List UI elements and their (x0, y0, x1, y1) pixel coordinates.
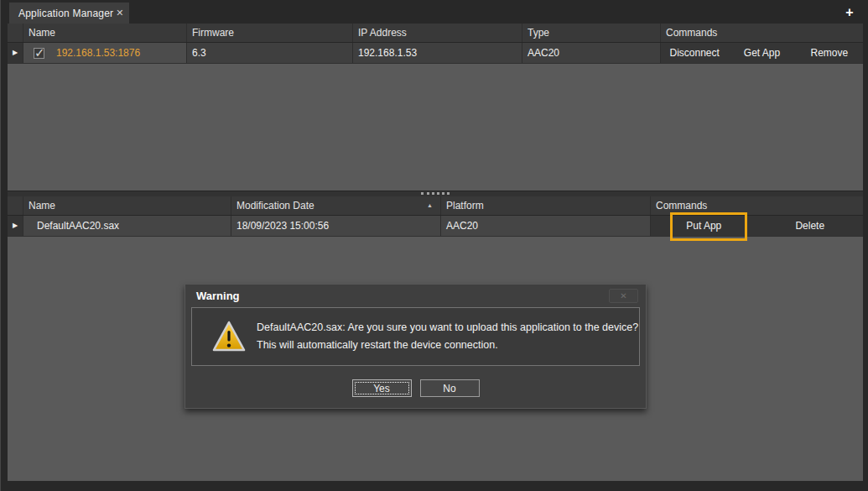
header-selector-spacer (8, 24, 23, 42)
device-type-cell: AAC20 (522, 43, 661, 63)
no-button[interactable]: No (420, 379, 480, 397)
column-header-type[interactable]: Type (522, 24, 661, 42)
device-ip-cell: 192.168.1.53 (353, 43, 522, 63)
dialog-message-line2: This will automatically restart the devi… (257, 337, 638, 354)
tab-bar: Application Manager ✕ + (8, 3, 863, 24)
column-header-name[interactable]: Name (23, 196, 231, 215)
application-manager-window: Application Manager ✕ + Name Firmware IP… (0, 0, 868, 491)
remove-button[interactable]: Remove (796, 43, 863, 63)
column-header-name[interactable]: Name (23, 24, 187, 42)
devices-grid: Name Firmware IP Address Type Commands ▶… (8, 24, 863, 191)
row-selector-arrow-icon: ▶ (8, 43, 23, 63)
device-firmware-cell: 6.3 (187, 43, 353, 63)
device-name-text: 192.168.1.53:1876 (56, 43, 140, 63)
application-date-cell: 18/09/2023 15:00:56 (231, 216, 441, 236)
column-header-commands[interactable]: Commands (661, 24, 863, 42)
delete-button[interactable]: Delete (757, 216, 864, 236)
column-header-platform[interactable]: Platform (441, 196, 651, 215)
disconnect-button[interactable]: Disconnect (661, 43, 728, 63)
warning-dialog: Warning ✕ DefaultAAC20.sax: Are you sure… (185, 284, 647, 409)
dialog-buttons: Yes No (185, 379, 646, 397)
dialog-close-icon[interactable]: ✕ (609, 289, 638, 303)
checkmark-icon: ✓ (34, 43, 45, 63)
device-checkbox[interactable]: ✓ (34, 48, 44, 59)
application-platform-cell: AAC20 (441, 216, 651, 236)
row-selector-cell[interactable]: ▶ (8, 43, 23, 63)
column-header-firmware[interactable]: Firmware (187, 24, 353, 42)
header-selector-spacer (8, 196, 23, 215)
applications-grid-header: Name Modification Date ▲ Platform Comman… (8, 196, 863, 216)
warning-triangle-icon (211, 320, 247, 353)
devices-grid-header: Name Firmware IP Address Type Commands (8, 24, 863, 43)
column-header-commands[interactable]: Commands (651, 196, 863, 215)
tab-application-manager[interactable]: Application Manager ✕ (9, 3, 129, 24)
dialog-message: DefaultAAC20.sax: Are you sure you want … (257, 319, 638, 354)
splitter-handle-dots-icon (421, 192, 450, 195)
sort-ascending-icon: ▲ (427, 196, 440, 215)
application-commands-cell: Put App Delete (651, 216, 863, 236)
device-name-cell[interactable]: ✓ 192.168.1.53:1876 (23, 43, 187, 63)
tab-close-icon[interactable]: ✕ (113, 7, 126, 19)
row-selector-arrow-icon: ▶ (8, 216, 23, 236)
tab-label: Application Manager (18, 8, 113, 19)
get-app-button[interactable]: Get App (728, 43, 795, 63)
dialog-title-bar[interactable]: Warning (185, 285, 646, 306)
device-row[interactable]: ▶ ✓ 192.168.1.53:1876 6.3 192.168.1.53 A… (8, 43, 863, 64)
row-selector-cell[interactable]: ▶ (8, 216, 23, 236)
column-header-text: Modification Date (236, 196, 427, 215)
dialog-message-panel: DefaultAAC20.sax: Are you sure you want … (191, 307, 640, 366)
put-app-button[interactable]: Put App (651, 216, 757, 236)
device-commands-cell: Disconnect Get App Remove (661, 43, 863, 63)
dialog-title: Warning (196, 290, 240, 302)
dialog-message-line1: DefaultAAC20.sax: Are you sure you want … (257, 319, 638, 337)
add-tab-icon[interactable]: + (841, 4, 858, 21)
application-row[interactable]: ▶ DefaultAAC20.sax 18/09/2023 15:00:56 A… (8, 216, 863, 237)
yes-button[interactable]: Yes (352, 379, 412, 397)
grid-splitter[interactable] (8, 191, 863, 196)
application-name-cell: DefaultAAC20.sax (23, 216, 231, 236)
column-header-ip-address[interactable]: IP Address (353, 24, 522, 42)
column-header-modification-date[interactable]: Modification Date ▲ (231, 196, 441, 215)
